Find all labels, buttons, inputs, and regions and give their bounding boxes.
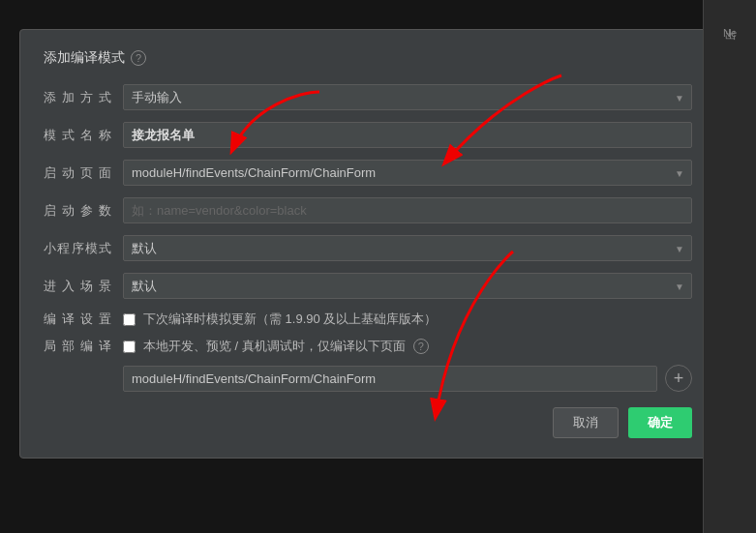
- compile-settings-label: 编译设置: [44, 311, 111, 328]
- partial-compile-checkbox[interactable]: [123, 341, 136, 353]
- startup-page-select-wrapper: moduleH/findEvents/ChainForm/ChainForm ▼: [123, 160, 692, 186]
- miniapp-mode-label: 小程序模式: [44, 240, 111, 257]
- partial-compile-help-icon[interactable]: ?: [413, 339, 429, 354]
- startup-page-select[interactable]: moduleH/findEvents/ChainForm/ChainForm: [123, 160, 692, 186]
- mode-name-row: 模式名称: [44, 122, 692, 148]
- add-method-label: 添加方式: [44, 89, 111, 106]
- miniapp-mode-select[interactable]: 默认: [123, 235, 692, 261]
- dialog-title: 添加编译模式 ?: [44, 49, 692, 67]
- mode-name-input[interactable]: [123, 122, 692, 148]
- startup-page-label: 启动页面: [44, 164, 111, 182]
- partial-compile-input-row: +: [123, 365, 692, 392]
- compile-settings-checkbox[interactable]: [123, 313, 136, 326]
- enter-scene-row: 进入场景 默认 ▼: [44, 273, 692, 299]
- add-method-select[interactable]: 手动输入自动检测: [123, 84, 692, 110]
- add-compile-mode-dialog: 添加编译模式 ? 添加方式 手动输入自动检测 ▼ 模式名称 启动页面 modul…: [19, 29, 716, 459]
- add-method-select-wrapper: 手动输入自动检测 ▼: [123, 84, 692, 110]
- miniapp-mode-row: 小程序模式 默认 ▼: [44, 235, 692, 261]
- enter-scene-label: 进入场景: [44, 278, 111, 295]
- right-panel: 出 Ne: [703, 0, 756, 533]
- partial-compile-section: 局部编译 本地开发、预览 / 真机调试时，仅编译以下页面 ? +: [44, 338, 692, 392]
- dialog-title-text: 添加编译模式: [44, 49, 125, 67]
- add-method-row: 添加方式 手动输入自动检测 ▼: [44, 84, 692, 110]
- partial-compile-row: 局部编译 本地开发、预览 / 真机调试时，仅编译以下页面 ?: [44, 338, 692, 355]
- startup-page-row: 启动页面 moduleH/findEvents/ChainForm/ChainF…: [44, 160, 692, 186]
- dialog-footer: 取消 确定: [44, 407, 692, 438]
- partial-compile-text: 本地开发、预览 / 真机调试时，仅编译以下页面: [143, 338, 406, 355]
- miniapp-mode-select-wrapper: 默认 ▼: [123, 235, 692, 261]
- right-panel-text2: Ne: [723, 27, 737, 39]
- confirm-button[interactable]: 确定: [628, 407, 692, 438]
- help-icon[interactable]: ?: [131, 50, 146, 66]
- compile-settings-row: 编译设置 下次编译时模拟更新（需 1.9.90 及以上基础库版本）: [44, 311, 692, 328]
- startup-params-row: 启动参数: [44, 197, 692, 223]
- partial-compile-input[interactable]: [123, 366, 657, 392]
- enter-scene-select-wrapper: 默认 ▼: [123, 273, 692, 299]
- mode-name-label: 模式名称: [44, 127, 111, 144]
- partial-compile-label: 局部编译: [44, 338, 111, 355]
- compile-settings-text: 下次编译时模拟更新（需 1.9.90 及以上基础库版本）: [143, 311, 437, 328]
- startup-params-input[interactable]: [123, 197, 692, 223]
- enter-scene-select[interactable]: 默认: [123, 273, 692, 299]
- cancel-button[interactable]: 取消: [553, 407, 619, 438]
- startup-params-label: 启动参数: [44, 202, 111, 220]
- compile-settings-content: 下次编译时模拟更新（需 1.9.90 及以上基础库版本）: [123, 311, 692, 328]
- partial-compile-content: 本地开发、预览 / 真机调试时，仅编译以下页面 ?: [123, 338, 692, 355]
- add-partial-compile-button[interactable]: +: [665, 365, 692, 392]
